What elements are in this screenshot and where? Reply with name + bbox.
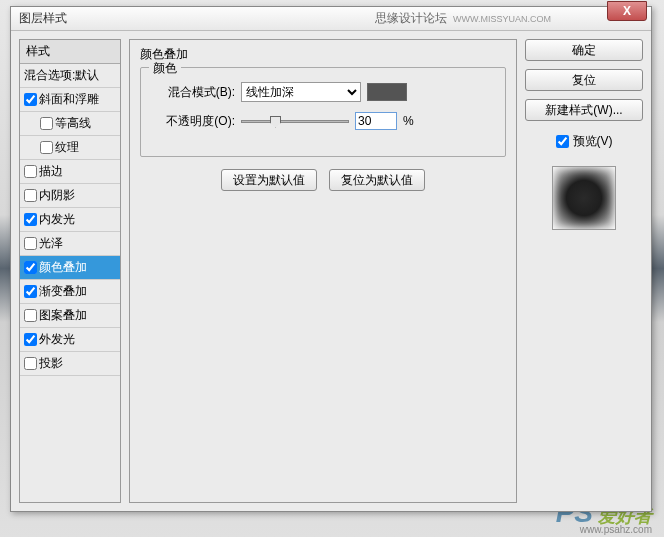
opacity-label: 不透明度(O):: [151, 113, 235, 130]
effect-label: 等高线: [55, 115, 91, 132]
effect-label: 颜色叠加: [39, 259, 87, 276]
effect-item-6[interactable]: 光泽: [20, 232, 120, 256]
effect-checkbox[interactable]: [24, 285, 37, 298]
ok-button[interactable]: 确定: [525, 39, 643, 61]
effect-checkbox[interactable]: [24, 189, 37, 202]
effect-checkbox[interactable]: [24, 333, 37, 346]
effect-item-0[interactable]: 斜面和浮雕: [20, 88, 120, 112]
effect-label: 斜面和浮雕: [39, 91, 99, 108]
preview-thumbnail: [552, 166, 616, 230]
blend-mode-select[interactable]: 线性加深: [241, 82, 361, 102]
effect-item-1[interactable]: 等高线: [20, 112, 120, 136]
effect-item-5[interactable]: 内发光: [20, 208, 120, 232]
effect-checkbox[interactable]: [24, 309, 37, 322]
effect-item-8[interactable]: 渐变叠加: [20, 280, 120, 304]
effect-item-7[interactable]: 颜色叠加: [20, 256, 120, 280]
brand-text: 思缘设计论坛 WWW.MISSYUAN.COM: [375, 10, 551, 27]
reset-default-button[interactable]: 复位为默认值: [329, 169, 425, 191]
effect-checkbox[interactable]: [24, 213, 37, 226]
dialog-titlebar[interactable]: 图层样式 思缘设计论坛 WWW.MISSYUAN.COM X: [11, 7, 651, 31]
effect-label: 图案叠加: [39, 307, 87, 324]
color-group: 颜色 混合模式(B): 线性加深 不透明度(O): %: [140, 67, 506, 157]
effect-label: 描边: [39, 163, 63, 180]
effect-label: 内发光: [39, 211, 75, 228]
preview-checkbox[interactable]: [556, 135, 569, 148]
opacity-slider[interactable]: [241, 120, 349, 123]
effect-item-11[interactable]: 投影: [20, 352, 120, 376]
effect-label: 投影: [39, 355, 63, 372]
effect-settings-panel: 颜色叠加 颜色 混合模式(B): 线性加深 不透明度(O): %: [129, 39, 517, 503]
dialog-title: 图层样式: [19, 10, 67, 27]
effect-label: 外发光: [39, 331, 75, 348]
effect-item-10[interactable]: 外发光: [20, 328, 120, 352]
close-icon: X: [623, 4, 631, 18]
effect-checkbox[interactable]: [24, 165, 37, 178]
effect-checkbox[interactable]: [24, 237, 37, 250]
effect-label: 内阴影: [39, 187, 75, 204]
dialog-action-panel: 确定 复位 新建样式(W)... 预览(V): [525, 39, 643, 503]
effect-checkbox[interactable]: [24, 261, 37, 274]
blend-mode-label: 混合模式(B):: [151, 84, 235, 101]
close-button[interactable]: X: [607, 1, 647, 21]
effect-checkbox[interactable]: [24, 93, 37, 106]
cancel-button[interactable]: 复位: [525, 69, 643, 91]
effect-item-4[interactable]: 内阴影: [20, 184, 120, 208]
effect-checkbox[interactable]: [40, 117, 53, 130]
effect-label: 渐变叠加: [39, 283, 87, 300]
styles-header: 样式: [20, 40, 120, 64]
layer-style-dialog: 图层样式 思缘设计论坛 WWW.MISSYUAN.COM X 样式 混合选项:默…: [10, 6, 652, 512]
effect-item-2[interactable]: 纹理: [20, 136, 120, 160]
effect-checkbox[interactable]: [24, 357, 37, 370]
set-default-button[interactable]: 设置为默认值: [221, 169, 317, 191]
effect-checkbox[interactable]: [40, 141, 53, 154]
effect-label: 纹理: [55, 139, 79, 156]
new-style-button[interactable]: 新建样式(W)...: [525, 99, 643, 121]
styles-list: 样式 混合选项:默认 斜面和浮雕等高线纹理描边内阴影内发光光泽颜色叠加渐变叠加图…: [19, 39, 121, 503]
effect-item-9[interactable]: 图案叠加: [20, 304, 120, 328]
preview-label: 预览(V): [573, 133, 613, 150]
panel-title: 颜色叠加: [140, 46, 506, 63]
watermark-url: www.psahz.com: [580, 524, 652, 535]
effect-label: 光泽: [39, 235, 63, 252]
opacity-unit: %: [403, 114, 414, 128]
group-legend: 颜色: [149, 60, 181, 77]
slider-thumb-icon[interactable]: [270, 116, 281, 128]
effect-item-3[interactable]: 描边: [20, 160, 120, 184]
color-swatch[interactable]: [367, 83, 407, 101]
opacity-input[interactable]: [355, 112, 397, 130]
blend-options-item[interactable]: 混合选项:默认: [20, 64, 120, 88]
